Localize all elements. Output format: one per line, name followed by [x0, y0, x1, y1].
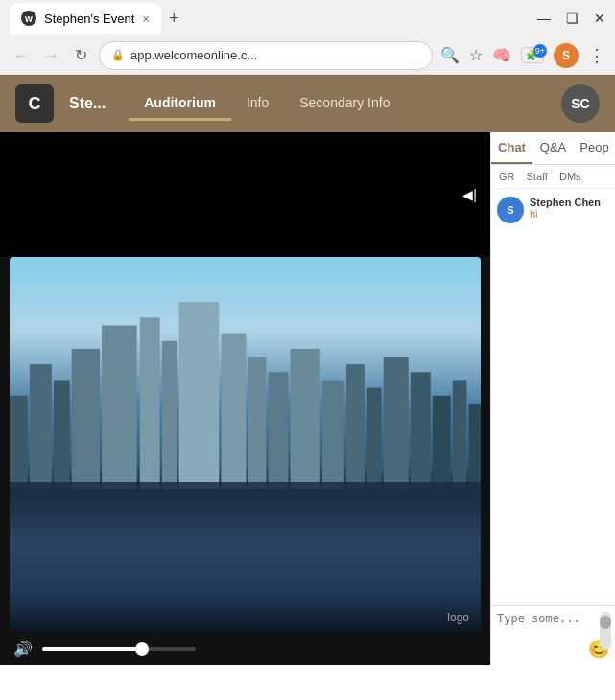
chat-messages: S Stephen Chen hi	[491, 189, 615, 605]
video-top: ◀|	[0, 132, 490, 257]
tab-title: Stephen's Event	[44, 12, 134, 26]
minimize-button[interactable]: —	[537, 11, 551, 26]
lock-icon: 🔒	[111, 49, 125, 61]
chat-message: S Stephen Chen hi	[497, 197, 609, 223]
scrollbar[interactable]	[600, 612, 611, 650]
svg-rect-12	[322, 380, 344, 489]
subtab-gr[interactable]: GR	[495, 169, 519, 184]
svg-rect-2	[54, 380, 70, 489]
tab-auditorium[interactable]: Auditorium	[129, 87, 231, 121]
svg-rect-17	[433, 396, 451, 490]
video-player: logo	[10, 257, 481, 632]
volume-slider[interactable]	[42, 647, 196, 651]
svg-rect-6	[162, 341, 177, 490]
tab-info[interactable]: Info	[231, 87, 284, 121]
svg-rect-0	[10, 396, 28, 490]
tab-close-btn[interactable]: ×	[142, 12, 150, 26]
tab-secondary-info[interactable]: Secondary Info	[284, 87, 405, 121]
svg-rect-10	[269, 372, 289, 489]
close-button[interactable]: ✕	[594, 11, 605, 26]
title-bar: w Stephen's Event × + — ❑ ✕	[0, 0, 615, 36]
progress-thumb[interactable]	[135, 642, 149, 656]
app-logo: C	[15, 84, 54, 123]
maximize-button[interactable]: ❑	[566, 11, 579, 26]
svg-rect-19	[468, 404, 481, 490]
app-name: Ste...	[69, 95, 106, 112]
video-logo-text: logo	[447, 611, 469, 624]
tab-people[interactable]: Peop	[574, 132, 615, 164]
svg-rect-3	[72, 349, 100, 490]
star-icon[interactable]: ☆	[469, 46, 483, 64]
profile-button[interactable]: S	[554, 43, 579, 68]
user-avatar[interactable]: SC	[561, 84, 600, 123]
subtab-staff[interactable]: Staff	[523, 169, 552, 184]
chat-input-area: 😊	[491, 605, 615, 665]
message-author: Stephen Chen	[530, 197, 609, 208]
url-box[interactable]: 🔒 app.welcomeonline.c...	[99, 41, 433, 70]
tab-favicon: w	[21, 11, 36, 26]
collapse-panel-button[interactable]: ◀|	[457, 183, 483, 206]
progress-fill	[42, 647, 142, 651]
tab-qa[interactable]: Q&A	[532, 132, 574, 164]
svg-rect-11	[291, 349, 320, 490]
url-text: app.welcomeonline.c...	[130, 48, 420, 62]
svg-rect-8	[221, 334, 246, 490]
menu-button[interactable]: ⋮	[588, 45, 605, 66]
volume-icon[interactable]: 🔊	[13, 640, 33, 658]
app-nav: Auditorium Info Secondary Info	[129, 87, 546, 121]
message-avatar: S	[497, 197, 524, 223]
svg-rect-13	[346, 364, 365, 489]
back-button[interactable]: ←	[10, 45, 33, 66]
svg-rect-4	[102, 325, 137, 489]
svg-rect-1	[30, 364, 52, 489]
chat-input[interactable]	[497, 612, 584, 660]
video-reflection	[10, 482, 481, 632]
svg-rect-16	[411, 372, 431, 489]
svg-rect-7	[179, 302, 220, 490]
svg-rect-9	[248, 357, 267, 489]
video-image: logo	[10, 257, 481, 632]
address-bar: ← → ↻ 🔒 app.welcomeonline.c... 🔍 ☆ 🧠 🧩9+…	[0, 36, 615, 75]
video-controls: 🔊	[0, 632, 490, 665]
new-tab-button[interactable]: +	[169, 9, 179, 29]
svg-rect-18	[453, 380, 467, 489]
chat-subtabs: GR Staff DMs	[491, 165, 615, 189]
chat-tabs: Chat Q&A Peop	[491, 132, 615, 165]
app-header: C Ste... Auditorium Info Secondary Info …	[0, 75, 615, 132]
scroll-thumb[interactable]	[600, 616, 611, 629]
refresh-button[interactable]: ↻	[71, 44, 91, 66]
forward-button[interactable]: →	[40, 45, 63, 66]
browser-tab[interactable]: w Stephen's Event ×	[10, 3, 161, 34]
brain-icon[interactable]: 🧠	[492, 46, 511, 64]
message-text: hi	[530, 208, 609, 220]
message-content: Stephen Chen hi	[530, 197, 609, 223]
video-area: ◀|	[0, 132, 490, 665]
ext-badge-count: 9+	[533, 44, 547, 58]
main-content: ◀|	[0, 132, 615, 665]
subtab-dms[interactable]: DMs	[556, 169, 585, 184]
svg-rect-15	[384, 357, 409, 489]
tab-chat[interactable]: Chat	[491, 132, 532, 164]
search-icon[interactable]: 🔍	[440, 46, 460, 64]
svg-rect-5	[140, 317, 160, 489]
extension-icon[interactable]: 🧩9+	[521, 47, 544, 63]
chat-sidebar: Chat Q&A Peop GR Staff DMs S Stephen Che…	[490, 132, 615, 665]
svg-rect-14	[367, 388, 382, 490]
